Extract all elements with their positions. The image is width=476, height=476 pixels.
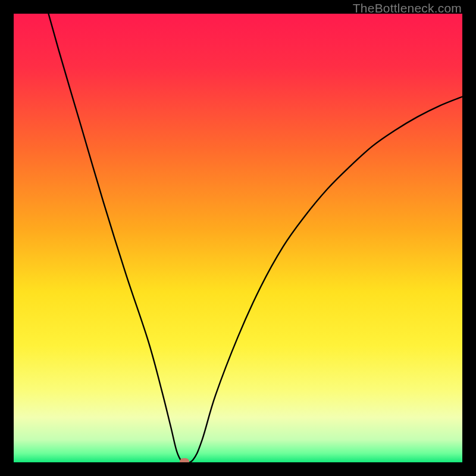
optimum-marker (180, 458, 189, 462)
background-gradient (14, 14, 462, 462)
chart-frame: TheBottleneck.com (0, 0, 476, 476)
watermark-text: TheBottleneck.com (353, 1, 462, 15)
plot-area (14, 14, 462, 462)
svg-rect-0 (14, 14, 462, 462)
